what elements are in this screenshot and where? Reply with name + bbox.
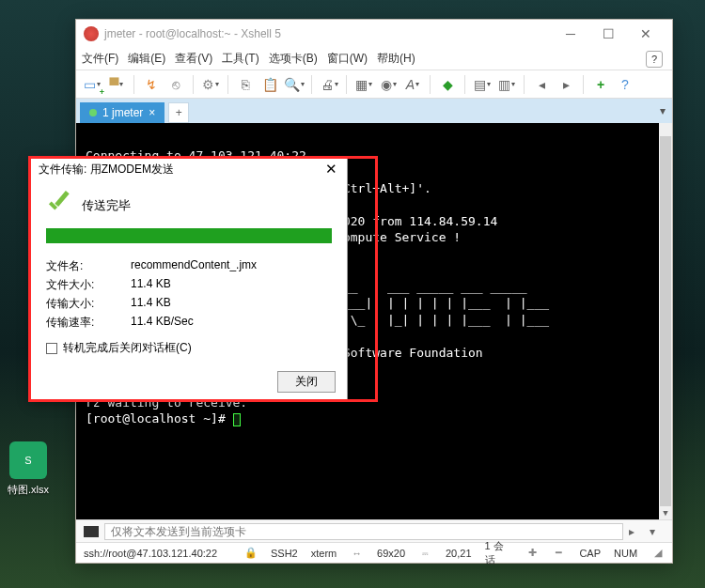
- scroll-down-icon[interactable]: ▼: [659, 506, 672, 519]
- checkbox-label: 转机完成后关闭对话框(C): [63, 340, 192, 356]
- find-button[interactable]: 🔍: [284, 74, 305, 95]
- titlebar[interactable]: jmeter - root@localhost:~ - Xshell 5 ─ ☐…: [76, 20, 672, 48]
- xlsx-icon: S: [9, 441, 47, 479]
- resize-icon[interactable]: ◢: [650, 547, 665, 559]
- script-button[interactable]: ▤: [472, 74, 493, 95]
- menu-tools[interactable]: 工具(T): [222, 51, 258, 67]
- menu-tabs[interactable]: 选项卡(B): [269, 51, 318, 67]
- tab-jmeter[interactable]: 1 jmeter ×: [80, 102, 164, 123]
- desktop-file[interactable]: S 特图.xlsx: [5, 441, 52, 497]
- status-sess: 1 会话: [485, 539, 512, 567]
- filename-value: recommendContent_.jmx: [131, 258, 257, 274]
- properties-button[interactable]: ⚙: [200, 74, 221, 95]
- compose-input[interactable]: [104, 523, 623, 540]
- menu-help[interactable]: 帮助(H): [377, 51, 415, 67]
- copy-button[interactable]: ⎘: [235, 74, 256, 95]
- tab-status-icon: [89, 109, 97, 116]
- tabbar: 1 jmeter × + ▾: [76, 99, 672, 123]
- transfersize-label: 传输大小:: [46, 296, 131, 312]
- menu-view[interactable]: 查看(V): [175, 51, 212, 67]
- plus-icon[interactable]: ✚: [525, 547, 540, 559]
- compose-bar: ▸ ▾: [76, 519, 672, 542]
- color-button[interactable]: ◉: [378, 74, 399, 95]
- dialog-title: 文件传输: 用ZMODEM发送: [39, 162, 322, 178]
- new-session-button[interactable]: ▭+: [82, 74, 102, 95]
- size-icon: ↔: [350, 548, 364, 559]
- paste-button[interactable]: 📋: [259, 74, 280, 95]
- dialog-titlebar[interactable]: 文件传输: 用ZMODEM发送 ✕: [31, 157, 347, 181]
- transfer-status: 传送完毕: [82, 197, 131, 214]
- rate-value: 11.4 KB/Sec: [131, 315, 194, 331]
- compose-icon: [84, 526, 99, 537]
- tunnel-button[interactable]: ▥: [496, 74, 517, 95]
- window-title: jmeter - root@localhost:~ - Xshell 5: [104, 27, 552, 40]
- rate-label: 传输速率:: [46, 315, 131, 331]
- status-ssh: SSH2: [271, 548, 298, 559]
- menu-window[interactable]: 窗口(W): [327, 51, 368, 67]
- status-conn: ssh://root@47.103.121.40:22: [84, 548, 217, 559]
- help-button[interactable]: ?: [615, 74, 635, 95]
- menu-edit[interactable]: 编辑(E): [128, 51, 165, 67]
- transfersize-value: 11.4 KB: [131, 296, 171, 312]
- close-button[interactable]: ✕: [627, 21, 665, 47]
- filesize-value: 11.4 KB: [131, 277, 171, 293]
- pos-icon: ⎓: [418, 548, 432, 559]
- filename-label: 文件名:: [46, 258, 131, 274]
- close-after-checkbox[interactable]: 转机完成后关闭对话框(C): [46, 340, 332, 356]
- compose-dropdown-icon[interactable]: ▾: [650, 525, 665, 538]
- tab-close-icon[interactable]: ×: [149, 106, 155, 119]
- progress-bar: [46, 228, 332, 243]
- desktop-file-label: 特图.xlsx: [5, 483, 52, 497]
- check-icon: [46, 193, 72, 219]
- xftp-button[interactable]: ◆: [437, 74, 458, 95]
- status-term: xterm: [311, 548, 337, 559]
- next-button[interactable]: ▸: [556, 74, 576, 95]
- prev-button[interactable]: ◂: [531, 74, 552, 95]
- compose-arrow-icon[interactable]: ▸: [629, 525, 644, 538]
- terminal-scrollbar[interactable]: ▲ ▼: [659, 123, 672, 519]
- add-button[interactable]: +: [590, 74, 611, 95]
- hint-icon[interactable]: ?: [646, 51, 663, 68]
- close-button[interactable]: 关闭: [277, 371, 336, 393]
- lock-icon: 🔒: [243, 547, 258, 559]
- file-transfer-dialog: 文件传输: 用ZMODEM发送 ✕ 传送完毕 文件名:recommendCont…: [30, 156, 348, 401]
- filesize-label: 文件大小:: [46, 277, 131, 293]
- tab-add-button[interactable]: +: [168, 102, 189, 123]
- scroll-thumb[interactable]: [660, 136, 671, 506]
- t-prompt: [root@localhost ~]#: [86, 411, 233, 426]
- open-button[interactable]: ▀: [106, 74, 127, 95]
- app-icon: [84, 26, 99, 41]
- toolbar: ▭+ ▀ ↯ ⎋ ⚙ ⎘ 📋 🔍 🖨 ▦ ◉ A ◆ ▤ ▥ ◂ ▸ + ?: [76, 70, 672, 99]
- tab-dropdown-icon[interactable]: ▾: [653, 104, 672, 117]
- maximize-button[interactable]: ☐: [589, 21, 627, 47]
- disconnect-button[interactable]: ⎋: [165, 74, 186, 95]
- status-num: NUM: [614, 548, 637, 559]
- reconnect-button[interactable]: ↯: [141, 74, 162, 95]
- statusbar: ssh://root@47.103.121.40:22 🔒 SSH2 xterm…: [76, 542, 672, 563]
- status-size: 69x20: [377, 548, 405, 559]
- font-button[interactable]: A: [402, 74, 423, 95]
- status-pos: 20,21: [446, 548, 472, 559]
- minus-icon[interactable]: ━: [553, 547, 567, 559]
- minimize-button[interactable]: ─: [552, 21, 589, 47]
- cursor: [233, 413, 241, 426]
- layout-icon[interactable]: ▦: [353, 74, 374, 95]
- progress-fill: [46, 228, 332, 243]
- status-cap: CAP: [579, 548, 601, 559]
- menubar: 文件(F) 编辑(E) 查看(V) 工具(T) 选项卡(B) 窗口(W) 帮助(…: [76, 48, 672, 70]
- tab-label: 1 jmeter: [102, 106, 143, 119]
- menu-file[interactable]: 文件(F): [82, 51, 118, 67]
- checkbox-icon[interactable]: [46, 343, 57, 354]
- dialog-close-icon[interactable]: ✕: [322, 161, 339, 178]
- print-button[interactable]: 🖨: [319, 74, 339, 95]
